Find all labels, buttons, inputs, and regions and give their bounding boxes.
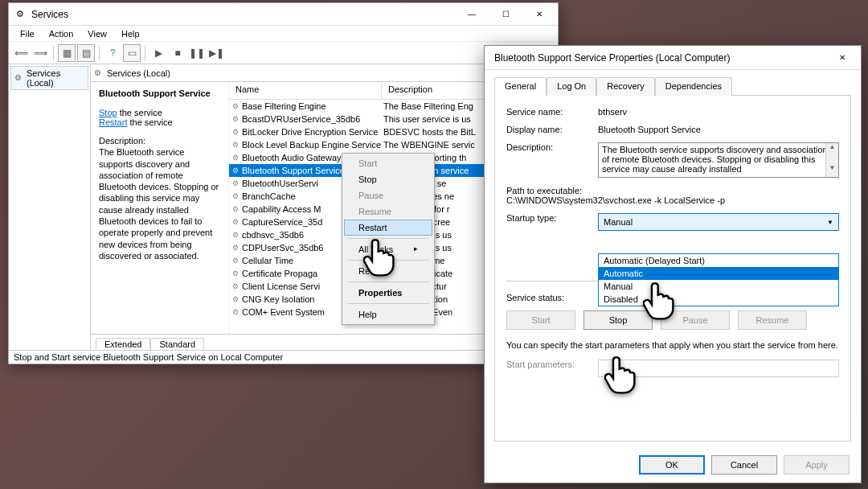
gear-icon: ⚙ xyxy=(229,308,242,316)
restart-icon[interactable]: ▶❚ xyxy=(207,44,225,62)
scroll-down-icon[interactable]: ▼ xyxy=(826,164,838,177)
ctx-start: Start xyxy=(344,155,432,171)
tab-general[interactable]: General xyxy=(494,77,547,96)
props-icon[interactable]: ▭ xyxy=(123,44,141,62)
row-name: Block Level Backup Engine Service xyxy=(242,140,383,150)
gear-icon: ⚙ xyxy=(229,231,242,239)
ok-button[interactable]: OK xyxy=(639,455,705,475)
dd-opt-automatic[interactable]: Automatic xyxy=(599,267,838,280)
info-heading: Bluetooth Support Service xyxy=(99,88,220,98)
tab-standard[interactable]: Standard xyxy=(150,338,204,350)
close-button[interactable]: ✕ xyxy=(522,5,556,24)
row-name: Base Filtering Engine xyxy=(242,101,383,111)
ctx-resume: Resume xyxy=(344,203,432,220)
desc-label: Description: xyxy=(99,135,220,146)
label-status: Service status: xyxy=(506,293,598,302)
ctx-help[interactable]: Help xyxy=(344,306,432,323)
start-button: Start xyxy=(506,310,575,330)
restart-suffix: the service xyxy=(127,117,172,127)
tab-extended[interactable]: Extended xyxy=(96,338,150,350)
cancel-button[interactable]: Cancel xyxy=(711,455,777,475)
stop-suffix: the service xyxy=(117,108,162,117)
help-icon[interactable]: ? xyxy=(104,44,121,62)
pause-icon[interactable]: ❚❚ xyxy=(188,44,206,62)
gear-icon: ⚙ xyxy=(229,192,242,200)
ctx-pause: Pause xyxy=(344,187,432,203)
view-icon[interactable]: ▦ xyxy=(58,44,76,62)
label-svc-name: Service name: xyxy=(506,107,598,117)
dd-opt-disabled[interactable]: Disabled xyxy=(599,293,838,306)
row-name: BitLocker Drive Encryption Service xyxy=(242,127,383,137)
tree-pane: ⚙ Services (Local) xyxy=(9,64,91,350)
chevron-down-icon: ▼ xyxy=(827,219,833,226)
props-tabs: General Log On Recovery Dependencies xyxy=(494,76,851,96)
startup-select[interactable]: Manual ▼ xyxy=(598,213,839,231)
gear-icon: ⚙ xyxy=(229,282,242,290)
back-icon[interactable]: ⟸ xyxy=(12,44,30,62)
properties-dialog: Bluetooth Support Service Properties (Lo… xyxy=(484,45,862,483)
services-titlebar[interactable]: ⚙ Services — ☐ ✕ xyxy=(9,3,558,26)
props-titlebar[interactable]: Bluetooth Support Service Properties (Lo… xyxy=(485,46,861,70)
gear-icon: ⚙ xyxy=(229,295,242,303)
gear-icon: ⚙ xyxy=(229,244,242,252)
startup-dropdown: Automatic (Delayed Start) Automatic Manu… xyxy=(598,253,839,306)
ctx-stop[interactable]: Stop xyxy=(344,171,432,187)
window-title: Services xyxy=(31,9,455,20)
gear-icon: ⚙ xyxy=(14,73,23,83)
ctx-properties[interactable]: Properties xyxy=(344,285,432,301)
menubar: File Action View Help xyxy=(9,26,558,42)
startup-value: Manual xyxy=(604,217,633,227)
gear-icon: ⚙ xyxy=(94,68,104,78)
tree-item-services-local[interactable]: ⚙ Services (Local) xyxy=(10,66,88,90)
ctx-all-tasks[interactable]: All Tasks xyxy=(344,241,432,257)
pause-button: Pause xyxy=(661,310,730,330)
scroll-up-icon[interactable]: ▲ xyxy=(826,143,838,156)
props-title: Bluetooth Support Service Properties (Lo… xyxy=(489,52,825,64)
ctx-restart[interactable]: Restart xyxy=(344,220,432,236)
gear-icon: ⚙ xyxy=(229,269,242,277)
menu-file[interactable]: File xyxy=(14,27,41,40)
forward-icon[interactable]: ⟹ xyxy=(31,44,49,62)
label-startup: Startup type: xyxy=(506,213,598,231)
label-desc: Description: xyxy=(506,142,598,178)
play-icon[interactable]: ▶ xyxy=(149,44,167,62)
pane-header-label: Services (Local) xyxy=(107,68,170,78)
stop-button[interactable]: Stop xyxy=(583,310,653,330)
gear-icon: ⚙ xyxy=(229,154,242,162)
stop-link[interactable]: Stop xyxy=(99,108,117,117)
statusbar: Stop and Start service Bluetooth Support… xyxy=(9,350,558,366)
toolbar: ⟸ ⟹ ▦ ▤ ? ▭ ▶ ■ ❚❚ ▶❚ xyxy=(9,42,558,64)
tab-recovery[interactable]: Recovery xyxy=(596,77,654,96)
minimize-button[interactable]: — xyxy=(455,5,489,24)
ctx-refresh[interactable]: Refresh xyxy=(344,263,432,279)
stop-icon[interactable]: ■ xyxy=(169,44,186,62)
desc-scrollbar[interactable]: ▲▼ xyxy=(825,143,838,177)
value-svc-name: bthserv xyxy=(598,107,839,117)
props-close-button[interactable]: ✕ xyxy=(825,48,859,68)
desc-textarea[interactable]: The Bluetooth service supports discovery… xyxy=(598,142,839,178)
services-window: ⚙ Services — ☐ ✕ File Action View Help ⟸… xyxy=(8,2,559,364)
tab-logon[interactable]: Log On xyxy=(547,77,596,96)
gear-icon: ⚙ xyxy=(229,115,242,123)
gear-icon: ⚙ xyxy=(229,102,242,110)
gear-icon: ⚙ xyxy=(229,257,242,265)
params-input[interactable] xyxy=(598,360,839,377)
dd-opt-delayed[interactable]: Automatic (Delayed Start) xyxy=(599,254,838,267)
menu-view[interactable]: View xyxy=(81,27,113,40)
gear-icon: ⚙ xyxy=(229,128,242,136)
row-name: BcastDVRUserService_35db6 xyxy=(242,114,383,124)
gear-icon: ⚙ xyxy=(229,179,242,187)
dd-opt-manual[interactable]: Manual xyxy=(599,280,838,293)
gear-icon: ⚙ xyxy=(14,8,27,21)
desc-text: The Bluetooth service supports discovery… xyxy=(99,146,220,261)
col-header-name[interactable]: Name xyxy=(229,82,382,99)
menu-action[interactable]: Action xyxy=(43,27,80,40)
tab-dependencies[interactable]: Dependencies xyxy=(655,77,732,96)
restart-link[interactable]: Restart xyxy=(99,117,127,127)
gear-icon: ⚙ xyxy=(229,166,242,175)
menu-help[interactable]: Help xyxy=(115,27,146,40)
gear-icon: ⚙ xyxy=(229,205,242,213)
maximize-button[interactable]: ☐ xyxy=(489,5,522,24)
tree-item-label: Services (Local) xyxy=(27,68,84,88)
detail-icon[interactable]: ▤ xyxy=(77,44,95,62)
